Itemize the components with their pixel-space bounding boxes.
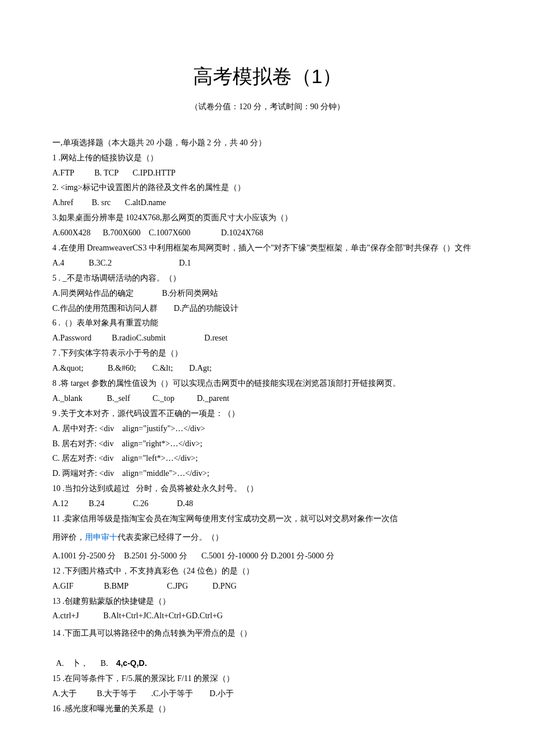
q13-options: A.ctrl+J B.Alt+Ctrl+JC.Alt+Ctrl+GD.Ctrl+… bbox=[52, 608, 483, 624]
q11-text-cont: 用评价，用申审十代表卖家已经得了一分。（） bbox=[52, 530, 483, 545]
q9-option-b: B. 居右对齐: <div align="right*>…</div>; bbox=[52, 436, 483, 452]
q8-text: 8 .将 target 参数的属性值设为（）可以实现点击网页中的链接能实现在浏览… bbox=[52, 376, 483, 391]
q10-text: 10 .当扣分达到或超过 分时，会员将被处永久封号。（） bbox=[52, 481, 483, 496]
q9-text: 9 .关于文本对齐，源代码设置不正确的一项是：（） bbox=[52, 406, 483, 421]
q11-pre: 用评价， bbox=[52, 533, 85, 542]
q5-text: 5 . _不是市场调研活动的内容。（） bbox=[52, 271, 483, 286]
q12-options: A.GIF B.BMP C.JPG D.PNG bbox=[52, 579, 483, 594]
q5-options-2: C.作品的使用范围和访问人群 D.产品的功能设计 bbox=[52, 301, 483, 316]
q2-options: A.href B. src C.altD.name bbox=[52, 195, 483, 210]
q5-options-1: A.同类网站作品的确定 B.分析同类网站 bbox=[52, 286, 483, 301]
q11-text: 11 .卖家信用等级是指淘宝会员在淘宝网每使用支付宝成功交易一次，就可以对交易对… bbox=[52, 511, 483, 526]
q11-post: 代表卖家已经得了一分。（） bbox=[117, 533, 223, 542]
doc-title: 高考模拟卷（1） bbox=[52, 58, 483, 95]
section-header: 一,单项选择题（本大题共 20 小题，每小题 2 分，共 40 分） bbox=[52, 135, 483, 151]
q7-text: 7 .下列实体字符表示小于号的是（） bbox=[52, 346, 483, 361]
q3-options: A.600X428 B.700X600 C.1007X600 D.1024X76… bbox=[52, 225, 483, 241]
q6-text: 6 .（）表单对象具有重置功能 bbox=[52, 316, 483, 331]
q9-option-a: A. 居中对齐: <div align="justify">…</div> bbox=[52, 421, 483, 436]
doc-subtitle: （试卷分值：120 分，考试时间：90 分钟） bbox=[52, 99, 483, 114]
q13-text: 13 .创建剪贴蒙版的快捷键是（） bbox=[52, 594, 483, 609]
q1-options: A.FTP B. TCP C.IPD.HTTP bbox=[52, 166, 483, 181]
q14-options: A. 卜， B. 4,c-Q,D. bbox=[52, 641, 483, 671]
q14-text: 14 .下面工具可以将路径中的角点转换为平滑点的是（） bbox=[52, 626, 483, 641]
q9-option-d: D. 两端对齐: <div align="middle">…</div>; bbox=[52, 466, 483, 481]
q9-option-c: C. 居左对齐: <div align="left*>…</div>; bbox=[52, 451, 483, 466]
q15-options: A.大于 B.大于等于 .C.小于等于 D.小于 bbox=[52, 686, 483, 701]
q2-text: 2. <img>标记中设置图片的路径及文件名的属性是（） bbox=[52, 180, 483, 195]
q12-text: 12 .下列图片格式中，不支持真彩色（24 位色）的是（） bbox=[52, 564, 483, 579]
q11-link[interactable]: 用申审十 bbox=[85, 533, 117, 542]
q1-text: 1 .网站上传的链接协议是（） bbox=[52, 151, 483, 166]
q4-options: A.4 B.3C.2 D.1 bbox=[52, 256, 483, 271]
q8-options: A._blank B._self C._top D._parent bbox=[52, 391, 483, 406]
q6-options: A.Password B.radioC.submit D.reset bbox=[52, 331, 483, 346]
q15-text: 15 .在同等条件下，F/5.展的景深比 F/11 的景深（） bbox=[52, 671, 483, 686]
q10-options: A.12 B.24 C.26 D.48 bbox=[52, 496, 483, 511]
q4-text: 4 .在使用 DreamweaverCS3 中利用框架布局网页时，插入一个"对齐… bbox=[52, 241, 483, 256]
q16-text: 16 .感光度和曝光量的关系是（） bbox=[52, 701, 483, 716]
q7-options: A.&quot; B.&#60; C.&lt; D.Agt; bbox=[52, 361, 483, 376]
q14-opt-b: 4,c-Q,D. bbox=[116, 658, 147, 668]
q3-text: 3.如果桌面分辨率是 1024X768,那么网页的页面尺寸大小应该为（） bbox=[52, 210, 483, 225]
q11-options: A.1001 分-2500 分 B.2501 分-5000 分 C.5001 分… bbox=[52, 549, 483, 564]
q14-opt-a: A. 卜， B. bbox=[56, 659, 116, 668]
